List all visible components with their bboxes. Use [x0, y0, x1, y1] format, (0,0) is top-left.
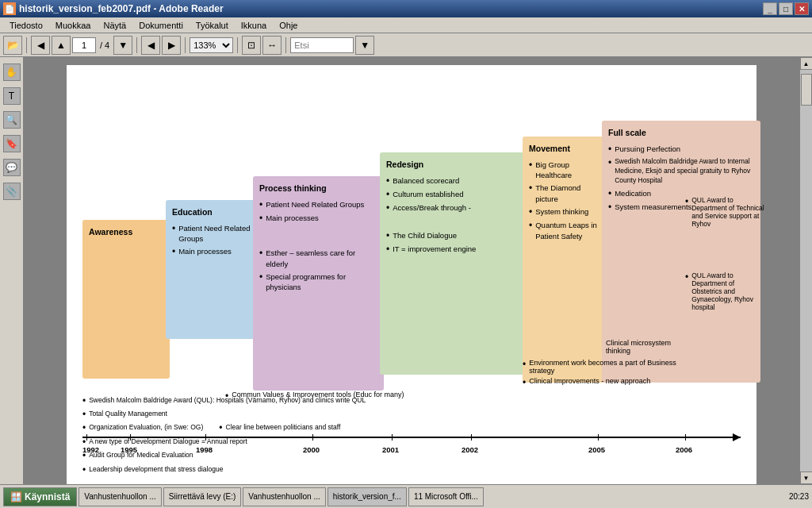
zoom-tool-icon[interactable]: 🔍 [3, 111, 21, 129]
nav-back-button[interactable]: ◀ [141, 36, 160, 55]
maximize-button[interactable]: □ [779, 2, 793, 15]
search-input[interactable] [290, 37, 354, 53]
hand-tool-icon[interactable]: ✋ [3, 64, 21, 81]
redesign-bullet-2: Culturum established [386, 189, 520, 200]
clinical-text: Clinical microsystem thinking [606, 339, 685, 355]
redesign-title: Redesign [386, 159, 520, 171]
taskbar-item-1[interactable]: Siirrettävä levy (E:) [163, 487, 241, 506]
left-panel: ✋ T 🔍 🔖 💬 📎 [0, 57, 24, 484]
redesign-bullet-5: IT = improvement engine [386, 244, 520, 255]
box-redesign: Redesign Balanced scorecard Culturum est… [380, 152, 527, 375]
nav-fwd-button[interactable]: ▶ [162, 36, 181, 55]
redesign-bullet-3: Access/Break through - [386, 202, 520, 214]
ext-bullet-2: Total Quality Management [82, 409, 701, 420]
menu-nayta[interactable]: Näytä [97, 19, 132, 32]
fullscale-bullet-2: Swedish Malcolm Baldridge Award to Inter… [608, 157, 754, 186]
zoom-select[interactable]: 133% 100% 75% [190, 37, 233, 53]
scroll-down-button[interactable]: ▼ [800, 471, 813, 484]
ext-bullet-1: Swedish Malcolm Baldridge Award (QUL): H… [82, 395, 701, 406]
taskbar-item-4[interactable]: 11 Microsoft Offi... [408, 487, 484, 506]
movement-extra: Environment work becomes a part of Busin… [523, 359, 681, 391]
box-process: Process thinking Patient Need Related Gr… [253, 176, 384, 391]
movement-extra-2: Clinical Improvements - new approach [523, 377, 681, 388]
taskbar-item-0[interactable]: Vanhustenhuollon ... [79, 487, 161, 506]
process-bullet-2: Main processes [259, 213, 377, 224]
sep2 [136, 37, 137, 53]
fullscale-title: Full scale [608, 127, 754, 139]
sep5 [285, 37, 286, 53]
window-controls: _ □ ✕ [763, 2, 809, 15]
process-bullet-1: Patient Need Related Groups [259, 199, 377, 210]
attach-icon[interactable]: 📎 [3, 183, 21, 200]
start-icon: 🪟 [10, 491, 22, 502]
window-title: historik_version_feb2007.pdf - Adobe Rea… [19, 3, 224, 14]
prev-page-button[interactable]: ▲ [52, 36, 71, 55]
text-tool-icon[interactable]: T [3, 87, 21, 105]
process-bullet-3: Esther – seamless care for elderly [259, 248, 377, 269]
search-dropdown[interactable]: ▼ [355, 36, 374, 55]
box-awareness: Awareness [82, 220, 170, 379]
fit-width-button[interactable]: ↔ [262, 36, 282, 55]
education-title: Education [172, 206, 251, 218]
toolbar: 📂 ◀ ▲ / 4 ▼ ◀ ▶ 133% 100% 75% ⊡ ↔ ▼ [0, 33, 812, 57]
fullscale-bullet-1: Pursuing Perfection [608, 144, 754, 155]
menu-tyokalut[interactable]: Työkalut [190, 19, 235, 32]
main-area: ✋ T 🔍 🔖 💬 📎 Awareness Education Patient … [0, 57, 812, 484]
menu-ohje[interactable]: Ohje [273, 19, 304, 32]
content-area[interactable]: Awareness Education Patient Need Related… [24, 57, 799, 484]
taskbar-item-3[interactable]: historik_version_f... [327, 487, 407, 506]
scroll-up-button[interactable]: ▲ [800, 57, 813, 70]
box-education: Education Patient Need Related Groups Ma… [166, 200, 257, 339]
ext-bullet-5: A new type of Development Dialogue = Ann… [82, 437, 701, 448]
sep1 [26, 37, 27, 53]
education-bullet-1: Patient Need Related Groups [172, 223, 251, 244]
menu-bar: Tiedosto Muokkaa Näytä Dokumentti Työkal… [0, 17, 812, 33]
ext-bullet-7: Leadership development that stress dialo… [82, 464, 701, 475]
menu-muokkaa[interactable]: Muokkaa [49, 19, 98, 32]
movement-title: Movement [529, 143, 603, 155]
movement-bullet-4: Quantum Leaps in Patient Safety [529, 220, 603, 241]
start-button[interactable]: 🪟 Käynnistä [3, 487, 77, 506]
education-bullet-2: Main processes [172, 246, 251, 257]
taskbar-item-2[interactable]: Vanhustenhuollon ... [243, 487, 325, 506]
sep3 [185, 37, 186, 53]
menu-ikkuna[interactable]: Ikkuna [235, 19, 273, 32]
timeline-arrow [733, 433, 741, 441]
movement-extra-1: Environment work becomes a part of Busin… [523, 359, 681, 375]
taskbar: 🪟 Käynnistä Vanhustenhuollon ... Siirret… [0, 484, 812, 508]
pdf-page: Awareness Education Patient Need Related… [67, 65, 756, 484]
page-total: / 4 [98, 40, 112, 50]
process-title: Process thinking [259, 183, 377, 194]
movement-bullet-2: The Diamond picture [529, 183, 603, 204]
open-button[interactable]: 📂 [3, 36, 22, 55]
menu-tiedosto[interactable]: Tiedosto [3, 19, 49, 32]
next-page-button[interactable]: ▼ [113, 36, 132, 55]
menu-dokumentti[interactable]: Dokumentti [132, 19, 190, 32]
redesign-bullet-1: Balanced scorecard [386, 175, 520, 187]
sep4 [237, 37, 238, 53]
box-movement: Movement Big Group Healthcare The Diamon… [523, 137, 610, 383]
redesign-bullet-4: The Child Dialogue [386, 230, 520, 241]
awareness-title: Awareness [89, 226, 163, 238]
scrollbar-thumb[interactable] [801, 74, 812, 106]
movement-bullet-1: Big Group Healthcare [529, 160, 603, 181]
ext-bullet-6: Audit Group for Medical Evaluation [82, 450, 701, 461]
scrollbar-track[interactable] [800, 70, 813, 471]
comment-icon[interactable]: 💬 [3, 159, 21, 176]
back-button[interactable]: ◀ [31, 36, 50, 55]
title-bar: 📄 historik_version_feb2007.pdf - Adobe R… [0, 0, 812, 17]
movement-bullet-3: System thinking [529, 206, 603, 217]
title-bar-left: 📄 historik_version_feb2007.pdf - Adobe R… [3, 2, 224, 15]
qul-award-2: QUL Award to Department of Obstetrics an… [685, 271, 764, 314]
bookmark-icon[interactable]: 🔖 [3, 135, 21, 152]
taskbar-right: 20:23 [789, 492, 809, 501]
main-window: 📄 historik_version_feb2007.pdf - Adobe R… [0, 0, 812, 508]
bullets-below: Swedish Malcolm Baldridge Award (QUL): H… [82, 395, 701, 478]
ext-bullet-3: Organization Evaluation, (in Swe: OG) [82, 422, 203, 433]
page-input[interactable] [72, 37, 96, 53]
process-bullet-4: Special programmes for physicians [259, 271, 377, 293]
timeline-container: Awareness Education Patient Need Related… [82, 81, 741, 478]
minimize-button[interactable]: _ [763, 2, 777, 15]
close-button[interactable]: ✕ [795, 2, 809, 15]
fit-page-button[interactable]: ⊡ [242, 36, 261, 55]
